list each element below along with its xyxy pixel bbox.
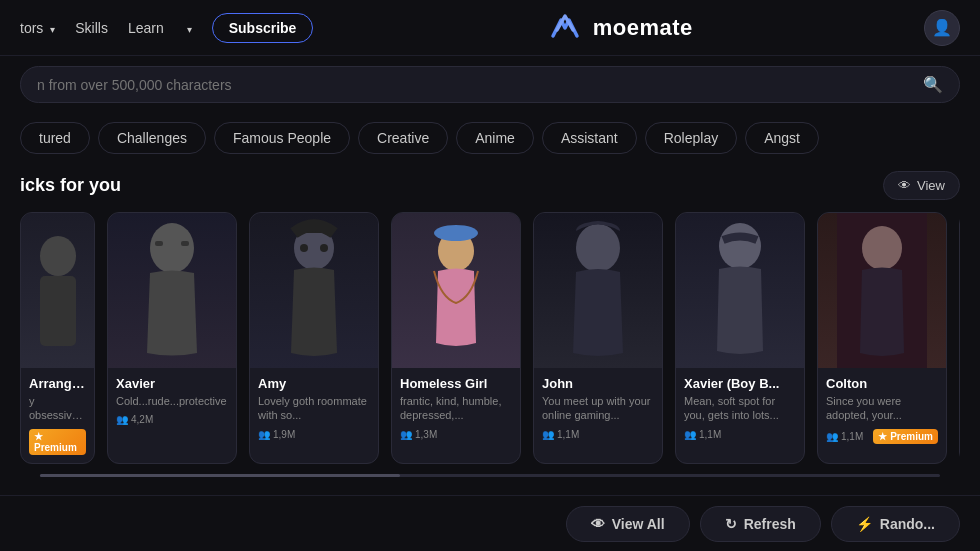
card-image <box>534 213 662 368</box>
card-footer: 👥 1,1M <box>542 429 654 440</box>
card-image <box>392 213 520 368</box>
footer: 👁 View All ↻ Refresh ⚡ Rando... <box>0 495 980 551</box>
card-badge: 👥 4,2M <box>116 414 153 425</box>
nav-creators[interactable]: tors ▾ <box>20 20 55 36</box>
card-image <box>21 213 94 368</box>
search-icon: 🔍 <box>923 75 943 94</box>
card-badge: 👥 1,1M <box>826 431 863 442</box>
svg-point-9 <box>434 225 478 241</box>
nav-learn[interactable]: Learn <box>128 20 164 36</box>
logo-icon <box>545 8 585 48</box>
logo-area: moemate <box>545 8 693 48</box>
card-badge: 👥 1,3M <box>400 429 437 440</box>
card-badge: 👥 1,1M <box>542 429 579 440</box>
card-image <box>108 213 236 368</box>
card-image <box>676 213 804 368</box>
nav-skills[interactable]: Skills <box>75 20 108 36</box>
tab-assistant[interactable]: Assistant <box>542 122 637 154</box>
card-footer: ★ Premium <box>29 429 86 455</box>
tab-creative[interactable]: Creative <box>358 122 448 154</box>
category-tabs: tured Challenges Famous People Creative … <box>0 113 980 163</box>
card-footer: 👥 1,1M <box>684 429 796 440</box>
card-name: Homeless Girl <box>400 376 512 391</box>
eye-icon: 👁 <box>591 516 605 532</box>
card-desc: Mean, soft spot for you, gets into lots.… <box>684 394 796 423</box>
svg-point-7 <box>320 244 328 252</box>
card-homeless-girl[interactable]: Homeless Girl frantic, kind, humble, dep… <box>391 212 521 464</box>
scroll-thumb <box>40 474 400 477</box>
eye-icon: 👁 <box>898 178 911 193</box>
scroll-track <box>40 474 940 477</box>
tab-roleplay[interactable]: Roleplay <box>645 122 737 154</box>
card-count: 1,1M <box>557 429 579 440</box>
filter-icon: ⚡ <box>856 516 873 532</box>
card-amy[interactable]: Amy Lovely goth roommate with so... 👥 1,… <box>249 212 379 464</box>
card-arrange[interactable]: Arrange Husb... y obsessive friend who's… <box>20 212 95 464</box>
svg-point-10 <box>576 224 620 272</box>
card-desc: You meet up with your online gaming... <box>542 394 654 423</box>
refresh-icon: ↻ <box>725 516 737 532</box>
card-count: 1,3M <box>415 429 437 440</box>
svg-point-2 <box>150 223 194 273</box>
persons-icon: 👥 <box>684 429 696 440</box>
refresh-button[interactable]: ↻ Refresh <box>700 506 821 542</box>
svg-rect-4 <box>181 241 189 246</box>
logo-text: moemate <box>593 15 693 41</box>
card-name: Colton <box>826 376 938 391</box>
card-name: John <box>542 376 654 391</box>
card-desc: Cold...rude...protective <box>116 394 228 408</box>
card-badge: 👥 1,9M <box>258 429 295 440</box>
card-colton[interactable]: Colton Since you were adopted, your... 👥… <box>817 212 947 464</box>
card-body: Colton Since you were adopted, your... 👥… <box>818 368 946 452</box>
card-xavier-boy[interactable]: Xavier (Boy B... Mean, soft spot for you… <box>675 212 805 464</box>
card-desc: Lovely goth roommate with so... <box>258 394 370 423</box>
card-body: John You meet up with your online gaming… <box>534 368 662 448</box>
card-name: Amy <box>258 376 370 391</box>
card-visual <box>392 213 520 368</box>
svg-point-11 <box>719 223 761 269</box>
svg-rect-3 <box>155 241 163 246</box>
view-label: View <box>917 178 945 193</box>
tab-challenges[interactable]: Challenges <box>98 122 206 154</box>
card-name: Xavier (Boy B... <box>684 376 796 391</box>
card-body: Arrange Husb... y obsessive friend who's… <box>21 368 94 463</box>
card-body: Amy Lovely goth roommate with so... 👥 1,… <box>250 368 378 448</box>
header: tors ▾ Skills Learn ▾ Subscribe moemate … <box>0 0 980 56</box>
card-footer: 👥 1,3M <box>400 429 512 440</box>
card-count: 1,9M <box>273 429 295 440</box>
subscribe-button[interactable]: Subscribe <box>212 13 314 43</box>
search-input[interactable] <box>37 77 923 93</box>
card-visual <box>534 213 662 368</box>
premium-badge: ★ Premium <box>873 429 938 444</box>
card-john[interactable]: John You meet up with your online gaming… <box>533 212 663 464</box>
random-button[interactable]: ⚡ Rando... <box>831 506 960 542</box>
card-footer: 👥 1,9M <box>258 429 370 440</box>
card-xavier[interactable]: Xavier Cold...rude...protective 👥 4,2M <box>107 212 237 464</box>
avatar-button[interactable]: 👤 <box>924 10 960 46</box>
view-all-label: View All <box>612 516 665 532</box>
card-name: Xavier <box>116 376 228 391</box>
refresh-label: Refresh <box>744 516 796 532</box>
tab-famous-people[interactable]: Famous People <box>214 122 350 154</box>
cards-row: Arrange Husb... y obsessive friend who's… <box>20 212 960 464</box>
tab-anime[interactable]: Anime <box>456 122 534 154</box>
card-badge: 👥 1,1M <box>684 429 721 440</box>
card-footer: 👥 1,1M ★ Premium <box>826 429 938 444</box>
card-image <box>250 213 378 368</box>
card-z[interactable] <box>959 212 960 464</box>
tab-featured[interactable]: tured <box>20 122 90 154</box>
view-all-button[interactable]: 👁 View All <box>566 506 690 542</box>
picks-section: icks for you 👁 View Arrange Husb... y ob… <box>0 163 980 477</box>
card-desc: frantic, kind, humble, depressed,... <box>400 394 512 423</box>
card-body: Homeless Girl frantic, kind, humble, dep… <box>392 368 520 448</box>
card-desc: Since you were adopted, your... <box>826 394 938 423</box>
persons-icon: 👥 <box>826 431 838 442</box>
tab-angst[interactable]: Angst <box>745 122 819 154</box>
card-body: Xavier Cold...rude...protective 👥 4,2M <box>108 368 236 433</box>
svg-point-13 <box>862 226 902 270</box>
persons-icon: 👥 <box>116 414 128 425</box>
view-button[interactable]: 👁 View <box>883 171 960 200</box>
card-image <box>818 213 946 368</box>
header-right: 👤 <box>924 10 960 46</box>
random-label: Rando... <box>880 516 935 532</box>
